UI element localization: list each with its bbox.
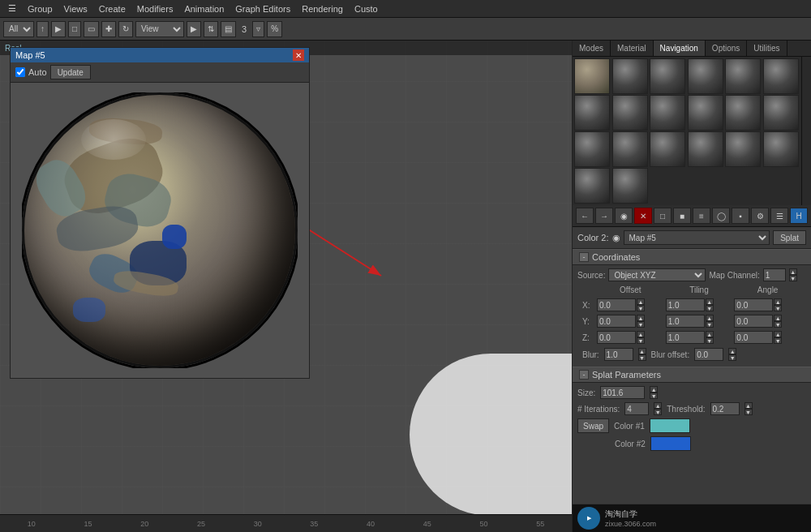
source-dropdown[interactable]: Object XYZ [608,268,706,281]
coordinates-minus[interactable]: - [579,252,589,262]
swatch-5[interactable] [725,58,761,94]
swatch-3[interactable] [650,58,685,94]
swatch-11[interactable] [688,95,723,131]
swatch-14[interactable] [763,95,799,131]
swatch-21[interactable] [763,131,799,167]
toolbar-align-btn[interactable]: ▤ [221,21,236,37]
threshold-spinner[interactable]: ▲▼ [744,402,753,415]
menu-rendering[interactable]: Rendering [297,2,348,15]
icon-toggle[interactable]: ≡ [693,208,710,224]
y-offset-spinner[interactable]: ▲▼ [637,315,645,328]
swatch-10[interactable] [650,95,685,131]
viewport-area[interactable]: Real Map #5 ✕ Auto Update [0,41,572,532]
swatch-23[interactable] [612,168,648,204]
tab-modes[interactable]: Modes [573,41,611,56]
map-channel-up[interactable]: ▲ [789,268,797,275]
toolbar-percent-btn[interactable]: % [267,21,282,37]
icon-eyedropper[interactable]: ◉ [615,208,633,224]
swatch-13[interactable] [725,95,761,131]
x-tiling-input[interactable] [666,298,705,311]
color1-swatch[interactable] [650,418,690,433]
auto-checkbox[interactable] [15,67,25,77]
map-channel-spinner[interactable]: ▲ ▼ [789,268,797,281]
tab-utilities[interactable]: Utilities [747,41,787,56]
x-offset-spinner[interactable]: ▲▼ [637,298,645,311]
y-tiling-spinner[interactable]: ▲▼ [706,315,714,328]
toolbar-arrow-btn[interactable]: ↑ [36,21,49,37]
y-offset-input[interactable] [597,315,636,328]
z-angle-input[interactable] [734,331,773,344]
swatch-19[interactable] [688,131,723,167]
swatch-15[interactable] [574,131,610,167]
swatch-2[interactable] [612,58,648,94]
menu-views[interactable]: Views [59,2,92,15]
toolbar-select-btn[interactable]: ▶ [51,21,66,37]
icon-settings[interactable]: ⚙ [751,208,769,224]
toolbar-snap-btn[interactable]: ▿ [252,21,264,37]
swatch-20[interactable] [725,131,761,167]
menu-graph-editors[interactable]: Graph Editors [230,2,295,15]
z-offset-input[interactable] [597,331,636,344]
icon-copy[interactable]: □ [654,208,672,224]
x-angle-input[interactable] [734,298,773,311]
z-angle-spinner[interactable]: ▲▼ [774,331,782,344]
toolbar-rect-btn[interactable]: □ [68,21,81,37]
swatch-1[interactable] [574,58,610,94]
toolbar-rotate-btn[interactable]: ↻ [118,21,133,37]
menu-file[interactable]: ☰ [3,2,21,15]
eyedropper-icon[interactable]: ◉ [612,233,620,243]
toolbar-mirror-btn[interactable]: ⇅ [204,21,218,37]
blur-offset-spinner[interactable]: ▲▼ [728,348,736,361]
swatch-4[interactable] [688,58,723,94]
z-tiling-input[interactable] [666,331,705,344]
iterations-input[interactable] [624,402,649,415]
menu-group[interactable]: Group [23,2,58,15]
iterations-spinner[interactable]: ▲▼ [654,402,662,415]
blur-input[interactable] [604,348,633,361]
size-spinner[interactable]: ▲▼ [650,386,658,399]
splat-minus[interactable]: - [579,370,589,380]
update-button[interactable]: Update [50,65,91,79]
toolbar-move-btn[interactable]: ✚ [101,21,116,37]
swatch-16[interactable] [612,131,648,167]
swatch-8[interactable] [574,95,610,131]
z-offset-spinner[interactable]: ▲▼ [637,331,645,344]
menu-animation[interactable]: Animation [179,2,229,15]
threshold-input[interactable] [710,402,740,415]
swatch-17[interactable] [650,131,685,167]
z-tiling-spinner[interactable]: ▲▼ [706,331,714,344]
material-scrollbar[interactable] [801,57,811,205]
color2-swatch[interactable] [650,436,691,451]
icon-sphere[interactable]: ◯ [712,208,730,224]
icon-put[interactable]: → [595,208,613,224]
select-all-dropdown[interactable]: All [3,21,34,37]
menu-modifiers[interactable]: Modifiers [132,2,178,15]
splat-button[interactable]: Splat [773,230,806,245]
map-channel-down[interactable]: ▼ [789,275,797,281]
swatch-22[interactable] [574,168,610,204]
toolbar-render-btn[interactable]: ▶ [187,21,201,37]
icon-material-type[interactable]: ▪ [732,208,749,224]
blur-spinner[interactable]: ▲▼ [638,348,646,361]
size-input[interactable] [600,386,645,399]
tab-options[interactable]: Options [706,41,747,56]
tab-material[interactable]: Material [611,41,654,56]
icon-paste[interactable]: ■ [673,208,691,224]
map-channel-input[interactable] [763,268,786,281]
y-angle-spinner[interactable]: ▲▼ [774,315,782,328]
y-tiling-input[interactable] [666,315,705,328]
swatch-7[interactable] [763,58,799,94]
view-dropdown[interactable]: View [135,21,184,37]
y-angle-input[interactable] [734,315,773,328]
tab-navigation[interactable]: Navigation [654,41,706,56]
blur-offset-input[interactable] [694,348,723,361]
x-offset-input[interactable] [597,298,636,311]
toolbar-lasso-btn[interactable]: ▭ [84,21,99,37]
icon-get[interactable]: ← [576,208,594,224]
icon-delete[interactable]: ✕ [634,208,652,224]
x-tiling-spinner[interactable]: ▲▼ [706,298,714,311]
icon-options2[interactable]: ☰ [770,208,788,224]
color2-map-dropdown[interactable]: Map #5 [624,230,770,245]
swatch-9[interactable] [612,95,648,131]
map-dialog-close-button[interactable]: ✕ [293,49,304,61]
